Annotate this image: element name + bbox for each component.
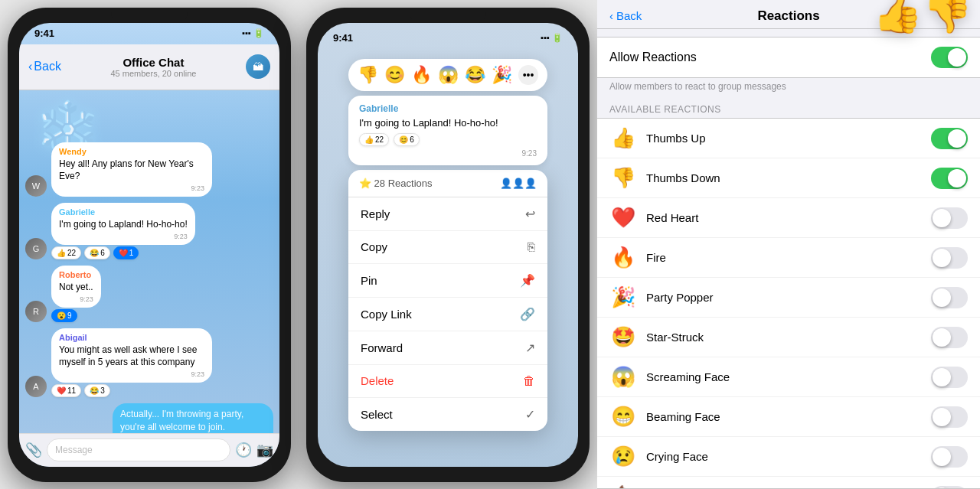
reaction-badge-highlighted[interactable]: ❤️ 1	[113, 246, 139, 259]
pile-of-poo-toggle[interactable]	[931, 486, 968, 490]
forward-menu-item[interactable]: Forward ↗	[348, 331, 547, 365]
table-row: R Roberto Not yet.. 9:23 😮 9	[25, 266, 273, 322]
msg-sender: Abigail	[59, 333, 204, 342]
reaction-scream-icon[interactable]: 😱	[438, 65, 459, 85]
allow-reactions-description: Allow members to react to group messages	[597, 78, 980, 98]
message-bubble: Wendy Hey all! Any plans for New Year's …	[51, 142, 212, 197]
chat-back-button[interactable]: ‹ Back	[28, 60, 61, 73]
allow-reactions-row: Allow Reactions	[597, 37, 980, 78]
reaction-badge[interactable]: ❤️ 11	[51, 384, 81, 397]
chat-bubble[interactable]: Roberto Not yet.. 9:23	[51, 266, 101, 308]
reactions-back-label: Back	[616, 9, 642, 22]
forward-label: Forward	[361, 341, 403, 354]
chevron-left-icon-reactions: ‹	[609, 9, 613, 22]
reply-menu-item[interactable]: Reply ↩	[348, 197, 547, 231]
messages-area: ❄️ W Wendy Hey all! Any plans for New Ye…	[19, 90, 279, 433]
fire-name: Fire	[646, 251, 922, 264]
attach-icon[interactable]: 📎	[25, 442, 42, 458]
star-struck-toggle[interactable]	[931, 327, 968, 348]
context-menu-reactions-header[interactable]: ⭐ 28 Reactions 👤👤👤	[348, 170, 547, 197]
reactions-back-button[interactable]: ‹ Back	[609, 9, 642, 22]
message-preview: Gabrielle I'm going to Lapland! Ho-ho-ho…	[348, 96, 547, 165]
message-input[interactable]: Message	[47, 438, 230, 461]
notch-2	[410, 8, 486, 24]
phone1-screen: 9:41 ▪▪▪ 🔋 ‹ Back Office Chat 45 members…	[19, 23, 279, 467]
status-time-2: 9:41	[333, 32, 353, 44]
reactions-panel-title: Reactions	[757, 8, 819, 24]
list-item: 😢 Crying Face	[597, 437, 980, 477]
reply-icon: ↩	[525, 207, 535, 221]
screaming-face-toggle[interactable]	[931, 367, 968, 388]
emoji-reaction-bar[interactable]: 👎 😊 🔥 😱 😂 🎉 •••	[348, 59, 547, 91]
reaction-count: 6	[100, 249, 105, 257]
msg-time: 9:23	[59, 370, 204, 378]
pile-of-poo-emoji: 💩	[609, 484, 637, 489]
chat-bubble[interactable]: Gabrielle I'm going to Lapland! Ho-ho-ho…	[51, 203, 195, 245]
reaction-badge[interactable]: 👍 22	[359, 133, 389, 146]
copy-menu-item[interactable]: Copy ⎘	[348, 231, 547, 264]
reaction-laugh-icon[interactable]: 😂	[465, 65, 485, 85]
select-menu-item[interactable]: Select ✓	[348, 398, 547, 431]
reaction-count: 9	[67, 311, 72, 320]
msg-text: Actually... I'm throwing a party, you're…	[120, 408, 266, 432]
chat-bubble-outgoing[interactable]: Actually... I'm throwing a party, you're…	[113, 403, 273, 432]
reactions-list: 👍 Thumbs Up 👎 Thumbs Down ❤️ Red Heart 🔥…	[597, 118, 980, 489]
chat-bubble[interactable]: Abigail You might as well ask where I se…	[51, 328, 212, 383]
reaction-party-icon[interactable]: 🎉	[492, 65, 512, 85]
copy-label: Copy	[361, 240, 387, 253]
reaction-count: 22	[67, 249, 76, 257]
delete-menu-item[interactable]: Delete 🗑	[348, 365, 547, 398]
reaction-badge[interactable]: 😊 6	[394, 133, 420, 146]
message-bubble: Abigail You might as well ask where I se…	[51, 328, 212, 398]
table-row: Actually... I'm throwing a party, you're…	[25, 403, 273, 432]
context-screen: 9:41 ▪▪▪ 🔋 👎 😊 🔥 😱 😂 🎉 ••• Gabrielle	[318, 23, 578, 467]
beaming-face-toggle[interactable]	[931, 406, 968, 428]
star-struck-name: Star-Struck	[646, 331, 922, 344]
copy-link-icon: 🔗	[520, 307, 535, 321]
reaction-badge[interactable]: 👍 22	[51, 246, 81, 259]
copy-icon: ⎘	[528, 240, 535, 254]
phone2-bezel: 9:41 ▪▪▪ 🔋 👎 😊 🔥 😱 😂 🎉 ••• Gabrielle	[306, 8, 590, 482]
chevron-left-icon: ‹	[28, 60, 32, 73]
reaction-badge[interactable]: 😂 3	[84, 384, 110, 397]
list-item: 🎉 Party Popper	[597, 278, 980, 318]
crying-face-toggle[interactable]	[931, 446, 968, 468]
reaction-count: 3	[100, 386, 105, 395]
reaction-badge-highlighted[interactable]: 😮 9	[51, 309, 77, 322]
msg-time: 9:23	[59, 233, 188, 240]
msg-text: Hey all! Any plans for New Year's Eve?	[59, 158, 204, 184]
thumbs-down-name: Thumbs Down	[646, 171, 922, 184]
reaction-badge[interactable]: 😂 6	[84, 246, 110, 259]
reactions-row: 👍 22 😂 6 ❤️ 1	[51, 246, 195, 259]
chat-screen: 9:41 ▪▪▪ 🔋 ‹ Back Office Chat 45 members…	[19, 23, 279, 467]
reaction-more-icon[interactable]: •••	[518, 65, 538, 85]
camera-icon[interactable]: 📷	[256, 442, 273, 458]
chat-subtitle: 45 members, 20 online	[67, 69, 240, 78]
thumbs-down-toggle[interactable]	[931, 168, 968, 189]
reactions-count-label: ⭐ 28 Reactions	[359, 178, 433, 189]
status-bar-1: 9:41 ▪▪▪ 🔋	[19, 23, 279, 44]
fire-emoji: 🔥	[609, 246, 637, 269]
clock-icon[interactable]: 🕐	[235, 442, 252, 458]
msg-text: I'm going to Lapland! Ho-ho-ho!	[59, 218, 188, 231]
screaming-face-emoji: 😱	[609, 365, 637, 389]
chat-title-group: Office Chat 45 members, 20 online	[67, 56, 240, 78]
pin-menu-item[interactable]: Pin 📌	[348, 264, 547, 298]
forward-icon: ↗	[525, 341, 535, 355]
chat-title: Office Chat	[67, 56, 240, 69]
party-popper-toggle[interactable]	[931, 287, 968, 308]
reaction-fire-icon[interactable]: 🔥	[411, 65, 432, 85]
chat-avatar[interactable]: 🏔	[246, 54, 270, 79]
chat-back-label: Back	[34, 60, 61, 73]
reaction-smile-icon[interactable]: 😊	[384, 65, 405, 85]
context-menu: ⭐ 28 Reactions 👤👤👤 Reply ↩ Copy ⎘ Pin 📌	[348, 170, 547, 431]
copy-link-menu-item[interactable]: Copy Link 🔗	[348, 298, 547, 331]
reaction-count: 11	[67, 386, 76, 395]
allow-reactions-toggle[interactable]	[931, 47, 968, 68]
pin-icon: 📌	[520, 273, 535, 288]
thumbs-up-toggle[interactable]	[931, 128, 968, 149]
chat-bubble[interactable]: Wendy Hey all! Any plans for New Year's …	[51, 142, 212, 197]
fire-toggle[interactable]	[931, 247, 968, 269]
reaction-thumbs-down-icon[interactable]: 👎	[358, 65, 378, 85]
red-heart-toggle[interactable]	[931, 207, 968, 229]
